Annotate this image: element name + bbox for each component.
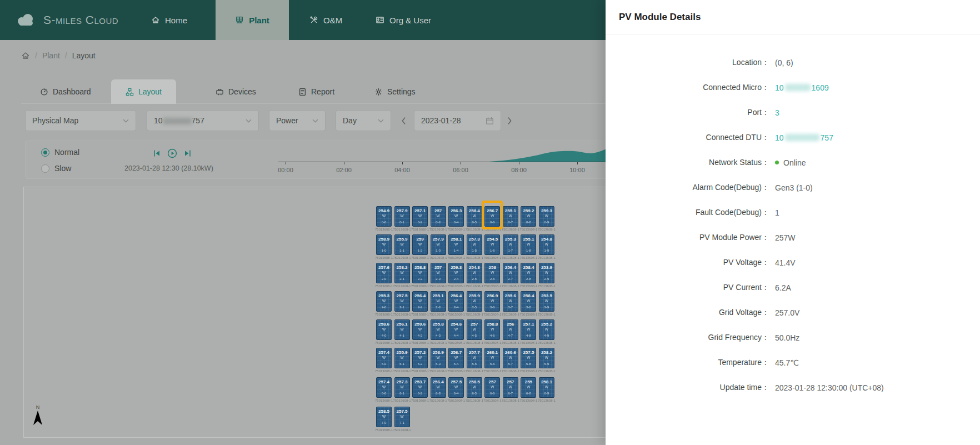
skip-back-button[interactable] <box>152 149 161 158</box>
pv-module[interactable]: 257.5W6-4 <box>448 377 464 398</box>
pv-module[interactable]: 258.1W1-4 <box>448 234 464 255</box>
tab-report[interactable]: Report <box>298 79 334 104</box>
pv-module[interactable]: 253.5W3-9 <box>539 291 554 312</box>
pv-module[interactable]: 254.8W1-9 <box>539 234 554 255</box>
breadcrumb-item-plant[interactable]: Plant <box>42 51 60 60</box>
pv-module[interactable]: 258.5W6-5 <box>467 377 482 398</box>
pv-module[interactable]: 258.4W3-8 <box>521 291 536 312</box>
pv-module[interactable]: 254.3W2-5 <box>467 263 482 283</box>
pv-module[interactable]: 256.3W0-4 <box>448 206 464 227</box>
pv-module[interactable]: 256.4W2-7 <box>503 263 518 283</box>
nav-item-org-user[interactable]: Org & User <box>368 0 439 40</box>
nav-item-om[interactable]: O&M <box>302 0 350 40</box>
pv-module[interactable]: 255.3W1-7 <box>503 234 518 255</box>
pv-module[interactable]: 256.9W3-6 <box>484 291 500 312</box>
pv-module[interactable]: 256W4-7 <box>503 319 518 340</box>
pv-module[interactable]: 257.9W0-1 <box>394 206 410 227</box>
pv-module[interactable]: 255.1W1-8 <box>521 234 536 255</box>
pv-module[interactable]: 257.3W6-1 <box>394 377 410 398</box>
pv-module[interactable]: 257.1W4-8 <box>521 319 536 340</box>
date-picker[interactable]: 2023-01-28 <box>414 110 501 131</box>
pv-module[interactable]: 254.6W4-4 <box>448 319 464 340</box>
detail-value[interactable]: 3 <box>775 108 779 117</box>
tab-devices[interactable]: Devices <box>216 79 256 104</box>
pv-module[interactable]: 255.1W0-7 <box>503 206 518 227</box>
pv-module[interactable]: 257W2-3 <box>431 263 446 283</box>
pv-module[interactable]: 257.5W7-1 <box>394 407 410 427</box>
play-button[interactable] <box>167 148 177 158</box>
pv-module[interactable]: 255.3W3-0 <box>376 291 392 312</box>
period-select[interactable]: Day <box>336 110 391 131</box>
nav-item-plant[interactable]: Plant <box>216 0 289 40</box>
detail-value[interactable]: 10757 <box>775 133 833 142</box>
tab-settings[interactable]: Settings <box>374 79 416 104</box>
pv-module[interactable]: 258.1W6-9 <box>539 377 554 398</box>
pv-module[interactable]: 258.8W2-2 <box>412 263 428 283</box>
pv-module[interactable]: 258.4W0-5 <box>467 206 482 227</box>
pv-module[interactable]: 257.4W5-0 <box>376 348 392 368</box>
pv-module[interactable]: 254.9W0-0 <box>376 206 392 227</box>
pv-module[interactable]: 257W0-3 <box>431 206 446 227</box>
tab-layout[interactable]: Layout <box>111 79 176 104</box>
pv-module[interactable]: 257.5W5-8 <box>521 348 536 368</box>
breadcrumb-home-icon[interactable] <box>21 51 30 60</box>
pv-module[interactable]: 256.4W3-2 <box>412 291 428 312</box>
pv-module[interactable]: 256.1W4-1 <box>394 319 410 340</box>
pv-module[interactable]: 254.5W1-6 <box>484 234 500 255</box>
pv-module[interactable]: 260.6W5-7 <box>503 348 518 368</box>
pv-module[interactable]: 253.9W2-9 <box>539 263 554 283</box>
pv-module[interactable]: 259.2W0-8 <box>521 206 536 227</box>
nav-item-home[interactable]: Home <box>143 0 195 40</box>
next-date-button[interactable] <box>507 110 512 131</box>
pv-module[interactable]: 258.4W2-8 <box>521 263 536 283</box>
pv-module[interactable]: 256.7W5-4 <box>448 348 464 368</box>
pv-module[interactable]: 255.2W4-9 <box>539 319 554 340</box>
pv-module[interactable]: 259W1-2 <box>412 234 428 255</box>
prev-date-button[interactable] <box>401 110 406 131</box>
pv-module[interactable]: 253.9W5-3 <box>431 348 446 368</box>
pv-module[interactable]: 257W6-7 <box>503 377 518 398</box>
pv-module[interactable]: 256.4W6-3 <box>431 377 446 398</box>
pv-module[interactable]: 255.1W3-3 <box>431 291 446 312</box>
pv-module[interactable]: 260.1W5-6 <box>484 348 500 368</box>
pv-module[interactable]: 257.5W3-1 <box>394 291 410 312</box>
physical-map-canvas[interactable]: 254.9W0-075013608-1257.9W0-175013608-125… <box>23 187 628 438</box>
detail-label: Connected DTU： <box>606 133 769 143</box>
pv-module[interactable]: 253.7W6-2 <box>412 377 428 398</box>
metric-select[interactable]: Power <box>269 110 326 131</box>
pv-module[interactable]: 255.8W4-3 <box>431 319 446 340</box>
skip-forward-button[interactable] <box>183 149 192 158</box>
pv-module[interactable]: 257.7W5-5 <box>467 348 482 368</box>
pv-module[interactable]: 259.3W2-4 <box>448 263 464 283</box>
pv-module[interactable]: 259.6W4-2 <box>412 319 428 340</box>
pv-module[interactable]: 257.6W2-0 <box>376 263 392 283</box>
dtu-select[interactable]: 10757 <box>147 110 259 131</box>
pv-module[interactable]: 258.9W1-0 <box>376 234 392 255</box>
pv-module[interactable]: 255.9W3-5 <box>467 291 482 312</box>
pv-module[interactable]: 258.6W4-0 <box>376 319 392 340</box>
pv-module[interactable]: 253.2W2-1 <box>394 263 410 283</box>
pv-module[interactable]: 255W6-8 <box>521 377 536 398</box>
pv-module[interactable]: 257.9W1-3 <box>431 234 446 255</box>
pv-module[interactable]: 258.2W5-9 <box>539 348 554 368</box>
pv-module[interactable]: 258W2-6 <box>484 263 500 283</box>
pv-module[interactable]: 257W6-6 <box>484 377 500 398</box>
pv-module[interactable]: 257.3W1-5 <box>467 234 482 255</box>
pv-module[interactable]: 255.9W5-1 <box>394 348 410 368</box>
pv-module[interactable]: 258.5W7-0 <box>376 407 392 427</box>
map-type-select[interactable]: Physical Map <box>25 110 136 131</box>
pv-module[interactable]: 256.4W3-4 <box>448 291 464 312</box>
tab-dashboard[interactable]: Dashboard <box>40 79 91 104</box>
pv-module[interactable]: 257.1W0-2 <box>412 206 428 227</box>
pv-module[interactable]: 257.2W5-2 <box>412 348 428 368</box>
speed-option-slow[interactable]: Slow <box>41 164 71 173</box>
pv-module[interactable]: 259.3W0-9 <box>539 206 554 227</box>
pv-module[interactable]: 257W4-5 <box>467 319 482 340</box>
pv-module[interactable]: 257.4W6-0 <box>376 377 392 398</box>
speed-option-normal[interactable]: Normal <box>41 148 79 157</box>
pv-module[interactable]: 255.9W1-1 <box>394 234 410 255</box>
pv-module[interactable]: 258.8W4-6 <box>484 319 500 340</box>
detail-value[interactable]: 101609 <box>775 83 829 92</box>
pv-module[interactable]: 255.6W3-7 <box>503 291 518 312</box>
playback-timeline[interactable]: 00:0002:0004:0006:0008:0010:00 <box>278 144 612 177</box>
